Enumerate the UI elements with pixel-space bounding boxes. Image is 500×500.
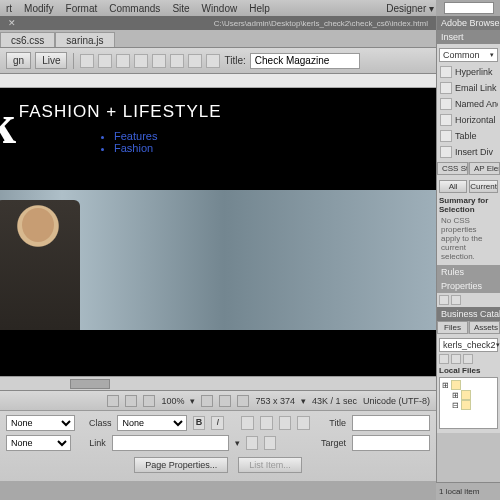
css-current-button[interactable]: Current bbox=[469, 180, 498, 193]
title-input[interactable] bbox=[352, 415, 430, 431]
hyperlink-icon bbox=[440, 66, 452, 78]
menu-item[interactable]: Commands bbox=[109, 3, 160, 14]
insert-div[interactable]: Insert Div bbox=[439, 144, 498, 160]
browserlab-panel[interactable]: Adobe BrowserLab bbox=[437, 16, 500, 30]
toolbar-icon[interactable] bbox=[116, 54, 130, 68]
toolbar-icon[interactable] bbox=[170, 54, 184, 68]
insert-email[interactable]: Email Link bbox=[439, 80, 498, 96]
ap-elements-tab[interactable]: AP Elements bbox=[469, 162, 500, 175]
local-files-heading: Local Files bbox=[439, 366, 498, 375]
insert-table[interactable]: Table bbox=[439, 128, 498, 144]
refresh-icon[interactable] bbox=[451, 354, 461, 364]
workspace-switcher[interactable]: Designer ▾ bbox=[386, 3, 434, 14]
refresh-icon[interactable] bbox=[206, 54, 220, 68]
css-tool-icon[interactable] bbox=[451, 295, 461, 305]
insert-hr[interactable]: Horizontal Rule bbox=[439, 112, 498, 128]
status-icon[interactable] bbox=[237, 395, 249, 407]
css-tool-icon[interactable] bbox=[439, 295, 449, 305]
target-label: Target bbox=[318, 438, 346, 448]
hand-tool-icon[interactable] bbox=[125, 395, 137, 407]
tree-folder[interactable]: ⊞ bbox=[452, 390, 495, 400]
id-select[interactable]: None bbox=[6, 435, 71, 451]
tree-folder[interactable]: ⊟ bbox=[452, 400, 495, 410]
css-all-button[interactable]: All bbox=[439, 180, 467, 193]
hero-person bbox=[0, 200, 80, 330]
menu-item[interactable]: Site bbox=[172, 3, 189, 14]
folder-icon bbox=[451, 380, 461, 390]
site-nav: Features Fashion bbox=[100, 130, 436, 154]
folder-icon bbox=[461, 390, 471, 400]
italic-icon[interactable]: I bbox=[211, 416, 224, 430]
point-to-file-icon[interactable] bbox=[246, 436, 258, 450]
design-view-button[interactable]: gn bbox=[6, 52, 31, 69]
menu-item[interactable]: rt bbox=[6, 3, 12, 14]
anchor-icon bbox=[440, 98, 452, 110]
list-item-button[interactable]: List Item... bbox=[238, 457, 302, 473]
status-icon[interactable] bbox=[201, 395, 213, 407]
document-title-input[interactable] bbox=[250, 53, 360, 69]
menu-item[interactable]: Window bbox=[202, 3, 238, 14]
link-input[interactable] bbox=[112, 435, 229, 451]
design-canvas[interactable]: heck FASHION + LIFESTYLE Features Fashio… bbox=[0, 88, 436, 376]
css-styles-tab[interactable]: CSS Styles bbox=[437, 162, 468, 175]
site-select[interactable]: kerls_check2 bbox=[439, 338, 498, 352]
menu-item[interactable]: Modify bbox=[24, 3, 53, 14]
class-select[interactable]: None bbox=[117, 415, 186, 431]
target-input[interactable] bbox=[352, 435, 430, 451]
files-tool-icon[interactable] bbox=[439, 354, 449, 364]
main-menu-bar: rt Modify Format Commands Site Window He… bbox=[0, 0, 436, 16]
select-tool-icon[interactable] bbox=[107, 395, 119, 407]
menu-item[interactable]: Help bbox=[249, 3, 270, 14]
div-icon bbox=[440, 146, 452, 158]
status-icon[interactable] bbox=[219, 395, 231, 407]
toolbar-icon[interactable] bbox=[188, 54, 202, 68]
format-select[interactable]: None bbox=[6, 415, 75, 431]
file-tab[interactable]: cs6.css bbox=[0, 32, 55, 47]
file-tree[interactable]: ⊞ ⊞ ⊟ bbox=[439, 377, 498, 429]
outdent-icon[interactable] bbox=[279, 416, 292, 430]
link-label: Link bbox=[77, 438, 105, 448]
tree-folder[interactable]: ⊞ bbox=[442, 380, 495, 390]
horizontal-scrollbar[interactable] bbox=[0, 376, 436, 390]
encoding: Unicode (UTF-8) bbox=[363, 396, 430, 406]
ol-icon[interactable] bbox=[260, 416, 273, 430]
nav-link[interactable]: Fashion bbox=[114, 142, 436, 154]
files-tab[interactable]: Files bbox=[437, 321, 468, 334]
zoom-level[interactable]: 100% bbox=[161, 396, 184, 406]
related-files-tabs: cs6.css sarina.js bbox=[0, 30, 436, 48]
document-path-bar: ✕ C:\Users\admin\Desktop\kerls_check2\ch… bbox=[0, 16, 436, 30]
file-tab[interactable]: sarina.js bbox=[55, 32, 114, 47]
folder-icon bbox=[461, 400, 471, 410]
bold-icon[interactable]: B bbox=[193, 416, 206, 430]
assets-tab[interactable]: Assets bbox=[469, 321, 500, 334]
site-tagline: FASHION + LIFESTYLE bbox=[19, 102, 222, 122]
files-tool-icon[interactable] bbox=[463, 354, 473, 364]
browse-icon[interactable] bbox=[264, 436, 276, 450]
business-catalyst-panel[interactable]: Business Catalyst bbox=[437, 307, 500, 321]
indent-icon[interactable] bbox=[297, 416, 310, 430]
nav-link[interactable]: Features bbox=[114, 130, 436, 142]
ul-icon[interactable] bbox=[241, 416, 254, 430]
rules-heading[interactable]: Rules bbox=[437, 265, 500, 279]
toolbar-icon[interactable] bbox=[152, 54, 166, 68]
properties-heading[interactable]: Properties bbox=[437, 279, 500, 293]
horizontal-ruler bbox=[0, 74, 436, 88]
live-view-button[interactable]: Live bbox=[35, 52, 67, 69]
table-icon bbox=[440, 130, 452, 142]
insert-hyperlink[interactable]: Hyperlink bbox=[439, 64, 498, 80]
hr-icon bbox=[440, 114, 452, 126]
insert-anchor[interactable]: Named Anchor bbox=[439, 96, 498, 112]
toolbar-icon[interactable] bbox=[98, 54, 112, 68]
insert-category-select[interactable]: Common bbox=[439, 48, 498, 62]
zoom-tool-icon[interactable] bbox=[143, 395, 155, 407]
toolbar-icon[interactable] bbox=[80, 54, 94, 68]
search-input[interactable] bbox=[444, 2, 494, 14]
page-properties-button[interactable]: Page Properties... bbox=[134, 457, 228, 473]
menu-item[interactable]: Format bbox=[66, 3, 98, 14]
window-dimensions[interactable]: 753 x 374 bbox=[255, 396, 295, 406]
toolbar-icon[interactable] bbox=[134, 54, 148, 68]
properties-panel: None Class None B I Title None Link ▾ Ta… bbox=[0, 410, 436, 481]
scrollbar-thumb[interactable] bbox=[70, 379, 110, 389]
close-icon[interactable]: ✕ bbox=[8, 18, 16, 28]
insert-panel-tab[interactable]: Insert bbox=[437, 30, 500, 44]
